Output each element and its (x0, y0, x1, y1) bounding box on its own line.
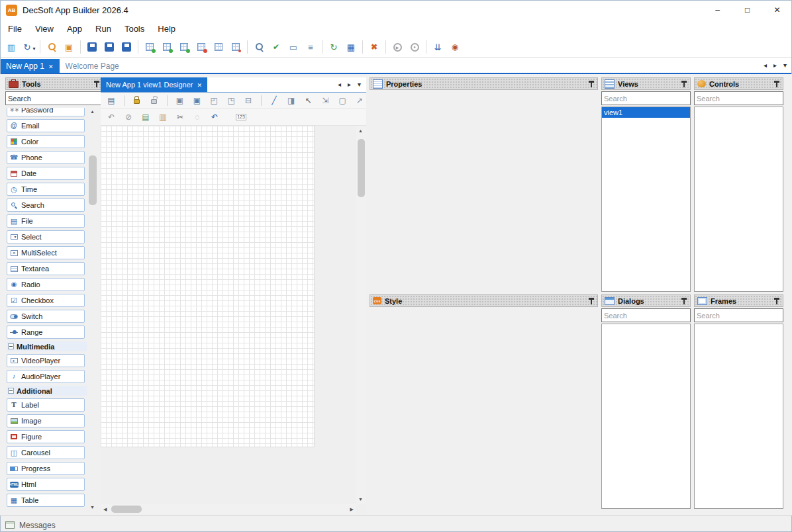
transform-button[interactable] (319, 94, 332, 107)
menu-app[interactable]: App (60, 24, 89, 34)
undo-button[interactable] (208, 111, 221, 124)
reopen-project-button[interactable] (20, 38, 37, 56)
tool-item-textarea[interactable]: Textarea (7, 262, 85, 275)
scroll-left-icon[interactable] (103, 507, 107, 511)
scroll-down-icon[interactable] (358, 497, 363, 502)
pin-icon[interactable] (587, 80, 595, 88)
save-as-button[interactable] (118, 38, 135, 56)
tab-new-app-1[interactable]: New App 1 (0, 59, 60, 73)
scrollbar-thumb[interactable] (358, 139, 365, 197)
close-button[interactable]: ✕ (762, 0, 792, 20)
design-canvas[interactable] (101, 126, 315, 447)
item-mark-button[interactable] (227, 38, 244, 56)
item-grid-button[interactable] (210, 38, 227, 56)
lasso-button[interactable] (191, 111, 204, 124)
tool-item-phone[interactable]: Phone (7, 151, 85, 164)
pin-icon[interactable] (773, 297, 780, 305)
run-button[interactable] (389, 38, 406, 56)
record-button[interactable] (406, 38, 423, 56)
script-button[interactable] (139, 111, 152, 124)
pin-icon[interactable] (93, 80, 100, 88)
close-tab-icon[interactable] (48, 62, 54, 71)
cut-button[interactable] (173, 111, 187, 124)
pointer-button[interactable] (302, 94, 315, 107)
collapse-icon[interactable] (8, 343, 14, 349)
tool-item-videoplayer[interactable]: VideoPlayer (7, 354, 85, 367)
menu-file[interactable]: File (1, 24, 28, 34)
numbering-button[interactable] (234, 111, 248, 124)
close-tab-icon[interactable] (197, 81, 202, 89)
menu-run[interactable]: Run (89, 24, 118, 34)
tab-scroll-right-icon[interactable] (773, 62, 777, 69)
tool-item-image[interactable]: Image (7, 414, 85, 427)
messages-label[interactable]: Messages (19, 521, 56, 530)
controls-search-input[interactable] (694, 91, 783, 105)
scrollbar-thumb[interactable] (89, 155, 97, 205)
edit-line-button[interactable] (268, 94, 281, 107)
tools-search-input[interactable] (5, 91, 103, 105)
rotate-button[interactable] (105, 111, 118, 124)
tool-item-switch[interactable]: Switch (7, 310, 85, 323)
scroll-up-icon[interactable] (90, 109, 95, 114)
menu-view[interactable]: View (28, 24, 60, 34)
tool-item-date[interactable]: Date (7, 167, 85, 180)
tool-item-range[interactable]: Range (7, 326, 85, 339)
maximize-button[interactable]: □ (732, 0, 762, 20)
views-search-input[interactable] (601, 91, 691, 105)
duplicate-button[interactable] (190, 94, 203, 107)
tab-list-dropdown-icon[interactable] (358, 81, 361, 88)
item-remove-button[interactable] (193, 38, 210, 56)
copy-button[interactable] (173, 94, 187, 107)
tab-view1-designer[interactable]: New App 1 view1 Designer (101, 77, 207, 92)
tool-item-table[interactable]: Table (7, 494, 85, 507)
tool-section-multimedia[interactable]: Multimedia (7, 341, 87, 351)
dialogs-search-input[interactable] (601, 308, 691, 322)
frames-search-input[interactable] (694, 308, 783, 322)
lock-button[interactable] (130, 94, 144, 107)
tool-item-time[interactable]: Time (7, 183, 85, 196)
copy-files-button[interactable] (60, 38, 77, 56)
options-button[interactable] (366, 38, 383, 56)
minimize-button[interactable]: – (703, 0, 732, 20)
scroll-up-icon[interactable] (358, 128, 363, 133)
send-to-back-button[interactable] (224, 94, 238, 107)
pin-icon[interactable] (680, 297, 687, 305)
menu-help[interactable]: Help (151, 24, 182, 34)
tool-item-figure[interactable]: Figure (7, 430, 85, 443)
save-all-button[interactable] (101, 38, 118, 56)
view-item-view1[interactable]: view1 (602, 107, 690, 118)
find-in-files-button[interactable] (43, 38, 60, 56)
scroll-right-icon[interactable] (350, 507, 354, 511)
tool-item-file[interactable]: File (7, 214, 85, 228)
tool-item-select[interactable]: Select (7, 230, 85, 244)
menu-tools[interactable]: Tools (118, 24, 151, 34)
disable-button[interactable] (122, 111, 135, 124)
pin-icon[interactable] (587, 297, 595, 305)
properties-card-button[interactable] (285, 38, 302, 56)
tab-scroll-left-icon[interactable] (338, 81, 341, 88)
paste-button[interactable] (156, 111, 170, 124)
tool-item-progress[interactable]: Progress (7, 462, 85, 475)
save-button[interactable] (83, 38, 101, 56)
tool-item-color[interactable]: Color (7, 135, 85, 148)
debug-button[interactable] (446, 38, 464, 56)
new-project-button[interactable] (3, 38, 20, 56)
tool-item-html[interactable]: Html (7, 478, 85, 491)
resize-button[interactable] (336, 94, 349, 107)
flip-button[interactable] (285, 94, 298, 107)
tab-scroll-left-icon[interactable] (764, 62, 767, 69)
tool-item-audioplayer[interactable]: AudioPlayer (7, 370, 85, 383)
item-check-button[interactable] (158, 38, 175, 56)
tab-welcome-page[interactable]: Welcome Page (60, 59, 125, 73)
view-options-button[interactable] (105, 94, 118, 107)
align-button[interactable] (242, 94, 255, 107)
tab-scroll-right-icon[interactable] (348, 81, 351, 88)
unlock-button[interactable] (148, 94, 161, 107)
export-button[interactable] (353, 94, 366, 107)
tool-item-label[interactable]: Label (7, 398, 85, 412)
bring-to-front-button[interactable] (207, 94, 221, 107)
dropdown-arrow-icon[interactable] (32, 42, 35, 52)
scrollbar-thumb[interactable] (111, 506, 142, 513)
tool-item-password[interactable]: Password (7, 108, 85, 116)
scroll-down-icon[interactable] (90, 505, 95, 510)
